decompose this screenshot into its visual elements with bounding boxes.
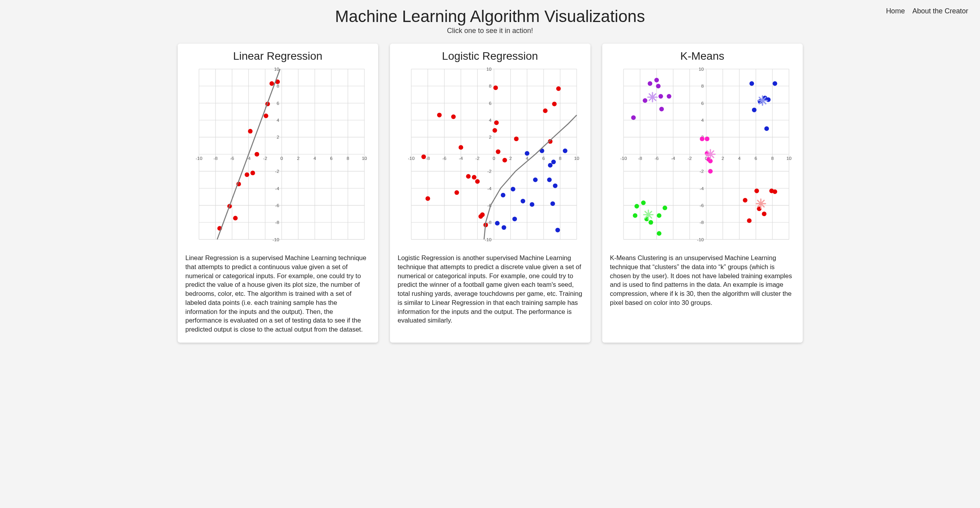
svg-text:2: 2 [276, 134, 279, 139]
svg-point-53 [269, 81, 274, 86]
svg-point-124 [512, 216, 517, 221]
card-logistic-regression[interactable]: Logistic Regression -10-8-6-4-20246810-1… [390, 44, 590, 343]
svg-point-116 [543, 108, 548, 113]
svg-point-113 [496, 149, 500, 154]
svg-point-207 [656, 231, 661, 236]
svg-point-121 [500, 193, 505, 198]
svg-point-215 [772, 189, 777, 194]
svg-point-105 [472, 175, 476, 180]
nav-about[interactable]: About the Creator [912, 7, 968, 15]
svg-text:-4: -4 [671, 156, 675, 161]
svg-text:-8: -8 [638, 156, 642, 161]
svg-text:-4: -4 [487, 186, 491, 191]
svg-text:8: 8 [771, 156, 774, 161]
page-title: Machine Learning Algorithm Visualization… [16, 7, 964, 26]
nav-home[interactable]: Home [886, 7, 905, 15]
svg-point-133 [551, 160, 556, 164]
plot-logistic-regression: -10-8-6-4-20246810-10-8-6-4-2246810 [398, 65, 583, 249]
svg-text:4: 4 [738, 156, 741, 161]
card-linear-regression[interactable]: Linear Regression -10-8-6-4-20246810-10-… [178, 44, 378, 343]
svg-text:-10: -10 [697, 237, 704, 242]
svg-point-112 [492, 128, 497, 133]
svg-point-205 [648, 220, 653, 225]
svg-point-125 [520, 199, 525, 204]
svg-point-186 [659, 107, 664, 112]
svg-point-108 [480, 213, 485, 217]
svg-text:0: 0 [493, 156, 495, 161]
svg-point-135 [555, 228, 560, 233]
svg-point-119 [556, 86, 561, 91]
svg-text:8: 8 [276, 83, 279, 88]
svg-text:-10: -10 [272, 237, 279, 242]
card-description: K-Means Clustering is an unsupervised Ma… [610, 253, 795, 307]
svg-text:4: 4 [276, 117, 279, 123]
svg-text:4: 4 [313, 156, 316, 161]
svg-text:2: 2 [489, 134, 491, 139]
svg-text:-4: -4 [459, 156, 463, 161]
svg-point-132 [550, 201, 555, 206]
svg-text:-6: -6 [699, 203, 704, 208]
plot-kmeans: -10-8-6-4-20246810-10-8-6-4-2246810 [610, 65, 795, 249]
svg-text:-2: -2 [263, 156, 267, 161]
svg-point-184 [656, 84, 660, 88]
svg-text:-6: -6 [230, 156, 234, 161]
svg-point-201 [632, 213, 637, 218]
svg-text:2: 2 [721, 156, 724, 161]
svg-point-104 [466, 174, 471, 179]
svg-point-209 [743, 198, 747, 203]
svg-point-118 [552, 102, 557, 106]
svg-text:-8: -8 [426, 156, 430, 161]
svg-text:-8: -8 [699, 220, 704, 225]
svg-point-99 [425, 196, 430, 201]
svg-text:6: 6 [330, 156, 333, 161]
card-kmeans[interactable]: K-Means -10-8-6-4-20246810-10-8-6-4-2246… [602, 44, 803, 343]
svg-point-114 [502, 158, 507, 163]
svg-point-185 [658, 94, 663, 99]
card-row: Linear Regression -10-8-6-4-20246810-10-… [16, 44, 964, 343]
svg-text:2: 2 [509, 156, 512, 161]
svg-point-193 [766, 97, 770, 102]
svg-point-50 [248, 129, 252, 134]
svg-point-192 [764, 127, 769, 131]
svg-point-194 [772, 81, 777, 86]
svg-text:-8: -8 [213, 156, 218, 161]
svg-text:2: 2 [297, 156, 300, 161]
svg-point-101 [451, 114, 456, 119]
svg-point-196 [704, 137, 709, 141]
top-nav: Home About the Creator [881, 7, 968, 15]
svg-point-181 [643, 98, 647, 103]
plot-linear-regression: -10-8-6-4-20246810-10-8-6-4-2246810 [186, 65, 370, 249]
svg-point-102 [454, 190, 459, 195]
svg-text:10: 10 [786, 156, 792, 161]
card-title: Linear Regression [186, 50, 370, 62]
svg-point-203 [641, 200, 645, 205]
svg-text:-4: -4 [699, 186, 704, 191]
svg-point-47 [245, 172, 249, 177]
svg-text:10: 10 [274, 66, 279, 72]
svg-text:-2: -2 [688, 156, 691, 161]
svg-point-98 [421, 154, 426, 159]
svg-text:6: 6 [276, 101, 279, 106]
svg-point-213 [762, 211, 767, 216]
svg-point-115 [514, 137, 518, 141]
svg-point-100 [437, 113, 441, 117]
svg-point-106 [475, 179, 480, 184]
svg-text:-8: -8 [487, 220, 491, 225]
svg-text:-8: -8 [275, 220, 279, 225]
svg-text:-10: -10 [485, 237, 491, 242]
svg-point-200 [708, 169, 713, 174]
svg-point-210 [747, 218, 752, 223]
svg-point-206 [656, 213, 661, 218]
svg-point-188 [749, 81, 754, 86]
svg-text:-10: -10 [408, 156, 414, 161]
svg-text:-2: -2 [699, 169, 703, 174]
svg-text:10: 10 [362, 156, 367, 161]
card-title: Logistic Regression [398, 50, 583, 62]
svg-point-110 [493, 86, 498, 90]
svg-text:-10: -10 [620, 156, 627, 161]
svg-point-103 [458, 145, 463, 150]
svg-text:10: 10 [486, 66, 492, 72]
svg-point-136 [563, 149, 567, 153]
svg-point-134 [553, 183, 557, 188]
svg-text:6: 6 [754, 156, 757, 161]
